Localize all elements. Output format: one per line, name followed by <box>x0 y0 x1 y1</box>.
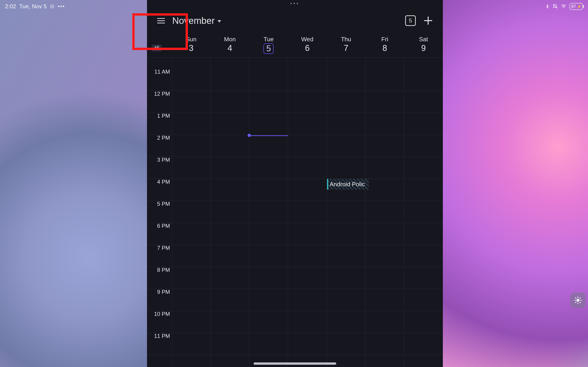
status-date: Tue, Nov 5 <box>19 3 47 10</box>
more-notifications-icon: ••• <box>58 3 65 10</box>
today-button[interactable]: 5 <box>405 15 416 26</box>
svg-line-9 <box>575 298 576 298</box>
month-picker[interactable]: November <box>172 16 221 26</box>
hour-row <box>147 311 443 333</box>
bluetooth-icon <box>545 4 550 9</box>
day-header[interactable]: Tue 5 <box>249 34 288 57</box>
day-header[interactable]: Sun 3 <box>172 34 211 57</box>
chevron-down-icon <box>217 20 221 23</box>
charging-icon: ⚡ <box>577 4 582 9</box>
hour-row <box>147 179 443 201</box>
hour-row <box>147 69 443 91</box>
hour-row <box>147 113 443 135</box>
day-header[interactable]: Sat 9 <box>404 34 443 57</box>
battery-indicator: 87 ⚡ <box>569 3 583 10</box>
week-number-badge: 45 <box>152 44 162 51</box>
svg-line-11 <box>575 302 576 303</box>
month-title: November <box>172 16 215 26</box>
svg-point-3 <box>563 8 564 8</box>
mute-icon <box>552 4 558 9</box>
hour-row <box>147 245 443 267</box>
current-time-dot <box>248 134 251 137</box>
brightness-pill[interactable] <box>570 292 586 308</box>
status-bar: 2:02 Tue, Nov 5 ••• 87 ⚡ <box>0 0 588 13</box>
calendar-app: ••• November 5 45 Sun 3 Mon 4 Tue 5 W <box>147 0 443 367</box>
gesture-bar[interactable] <box>254 362 336 365</box>
calendar-grid[interactable]: 11 AM12 PM1 PM2 PM3 PM4 PM5 PM6 PM7 PM8 … <box>147 58 443 367</box>
svg-point-4 <box>577 299 579 302</box>
hour-row <box>147 91 443 113</box>
status-time: 2:02 <box>5 3 16 10</box>
hour-row <box>147 135 443 157</box>
svg-point-1 <box>52 6 53 7</box>
hour-row <box>147 267 443 289</box>
day-header[interactable]: Wed 6 <box>288 34 327 57</box>
calendar-event[interactable]: Android Polic <box>327 179 369 190</box>
days-header: 45 Sun 3 Mon 4 Tue 5 Wed 6 Thu 7 Fri 8 S… <box>147 34 443 58</box>
hour-row <box>147 157 443 179</box>
hour-row <box>147 289 443 311</box>
menu-button[interactable] <box>157 16 167 25</box>
today-number: 5 <box>409 17 412 24</box>
battery-percent: 87 <box>571 4 576 9</box>
hour-row <box>147 333 443 355</box>
svg-line-10 <box>580 302 580 303</box>
add-event-button[interactable] <box>424 16 433 25</box>
day-header[interactable]: Thu 7 <box>327 34 365 57</box>
svg-line-12 <box>580 298 580 298</box>
current-time-line <box>249 135 288 136</box>
hour-row <box>147 223 443 245</box>
hour-row <box>147 201 443 223</box>
day-header[interactable]: Mon 4 <box>211 34 250 57</box>
notification-icon <box>50 4 54 9</box>
day-header[interactable]: Fri 8 <box>365 34 404 57</box>
wifi-icon <box>561 4 567 9</box>
